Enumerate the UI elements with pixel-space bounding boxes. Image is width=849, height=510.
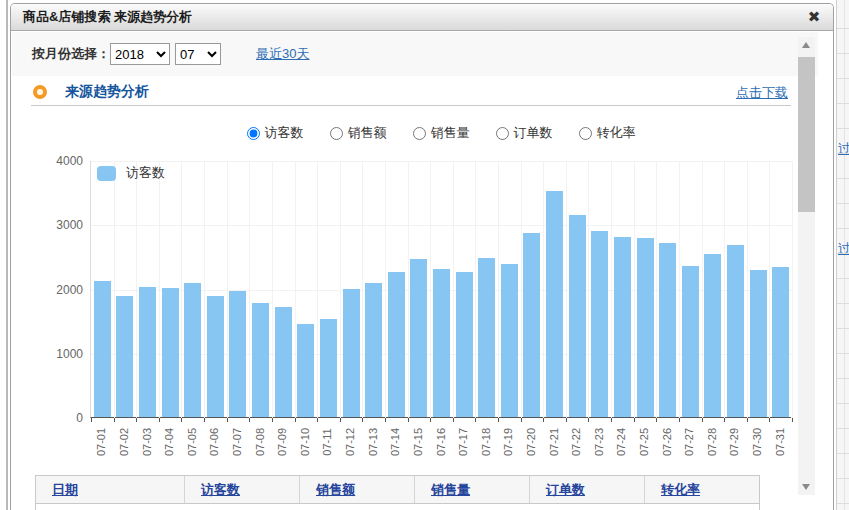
bar-07-23[interactable] — [591, 231, 608, 417]
background-row-line — [837, 178, 849, 179]
bar-07-16[interactable] — [433, 269, 450, 417]
table-header-link[interactable]: 日期 — [52, 482, 78, 497]
bar-07-14[interactable] — [388, 272, 405, 417]
metric-radio-3[interactable]: 销售量 — [413, 124, 470, 142]
axis-tick — [724, 418, 725, 422]
bar-07-18[interactable] — [478, 258, 495, 417]
bar-07-26[interactable] — [659, 243, 676, 417]
table-header-link[interactable]: 订单数 — [546, 482, 585, 497]
dialog-title: 商品&店铺搜索 来源趋势分析 — [23, 9, 192, 24]
radio-icon[interactable] — [247, 127, 260, 140]
bar-07-06[interactable] — [207, 296, 224, 417]
background-row-line — [837, 378, 849, 379]
metric-radio-5[interactable]: 转化率 — [579, 124, 636, 142]
radio-icon[interactable] — [579, 127, 592, 140]
background-partial-link[interactable]: 过 — [838, 140, 849, 158]
bar-07-25[interactable] — [637, 238, 654, 417]
close-icon[interactable]: ✖ — [804, 7, 824, 27]
download-link[interactable]: 点击下载 — [736, 84, 788, 102]
recent-30-days-link[interactable]: 最近30天 — [256, 45, 309, 63]
bar-07-05[interactable] — [184, 283, 201, 417]
bar-07-29[interactable] — [727, 245, 744, 417]
year-select[interactable]: 2018 — [110, 43, 170, 65]
bar-07-13[interactable] — [365, 283, 382, 417]
background-row-line — [837, 403, 849, 404]
radio-icon[interactable] — [330, 127, 343, 140]
section-divider — [31, 105, 791, 106]
bar-07-21[interactable] — [546, 191, 563, 417]
background-table-panel: 过 过 — [836, 0, 849, 510]
bar-07-01[interactable] — [94, 281, 111, 417]
metric-radio-1[interactable]: 访客数 — [247, 124, 304, 142]
radio-icon[interactable] — [413, 127, 426, 140]
background-row-line — [837, 253, 849, 254]
metric-radio-group: 访客数销售额销售量订单数转化率 — [91, 123, 791, 143]
x-axis-label: 07-15 — [412, 422, 424, 462]
bar-07-22[interactable] — [569, 215, 586, 417]
axis-tick — [611, 418, 612, 422]
x-axis-label: 07-05 — [186, 422, 198, 462]
table-header-link[interactable]: 转化率 — [661, 482, 700, 497]
bar-07-30[interactable] — [750, 270, 767, 417]
month-filter-bar: 按月份选择： 2018 07 最近30天 — [12, 32, 818, 76]
bar-07-02[interactable] — [116, 296, 133, 417]
axis-tick — [114, 418, 115, 422]
axis-tick — [475, 418, 476, 422]
scroll-down-button[interactable] — [798, 479, 815, 495]
chart-legend[interactable]: 访客数 — [97, 164, 165, 182]
table-header-link[interactable]: 销售量 — [431, 482, 470, 497]
bar-07-15[interactable] — [410, 259, 427, 417]
bar-07-28[interactable] — [704, 254, 721, 417]
table-header-1: 日期 — [36, 476, 184, 503]
orange-ring-icon — [33, 85, 47, 99]
background-row-line — [837, 103, 849, 104]
bar-07-31[interactable] — [772, 267, 789, 417]
bar-07-27[interactable] — [682, 266, 699, 417]
axis-tick — [204, 418, 205, 422]
month-select[interactable]: 07 — [175, 43, 221, 65]
x-axis-label: 07-08 — [254, 422, 266, 462]
metric-radio-label: 销售量 — [431, 124, 470, 142]
axis-tick — [453, 418, 454, 422]
axis-tick — [340, 418, 341, 422]
vertical-gridline — [792, 161, 793, 418]
radio-icon[interactable] — [496, 127, 509, 140]
x-axis-label: 07-02 — [118, 422, 130, 462]
bar-07-24[interactable] — [614, 237, 631, 417]
scroll-up-button[interactable] — [798, 37, 815, 53]
bar-07-09[interactable] — [275, 307, 292, 417]
metric-radio-4[interactable]: 订单数 — [496, 124, 553, 142]
bar-07-20[interactable] — [523, 233, 540, 417]
y-axis-label: 4000 — [11, 154, 83, 168]
bar-07-04[interactable] — [162, 288, 179, 417]
x-axis-label: 07-11 — [321, 422, 333, 462]
bar-07-19[interactable] — [501, 264, 518, 417]
bar-07-10[interactable] — [297, 324, 314, 417]
axis-tick — [543, 418, 544, 422]
axis-tick — [136, 418, 137, 422]
bar-07-07[interactable] — [229, 291, 246, 417]
metric-radio-2[interactable]: 销售额 — [330, 124, 387, 142]
bar-07-03[interactable] — [139, 287, 156, 417]
axis-tick — [656, 418, 657, 422]
axis-tick — [792, 418, 793, 422]
x-axis-label: 07-27 — [683, 422, 695, 462]
dialog-scrollbar[interactable] — [798, 37, 815, 495]
scrollbar-thumb[interactable] — [798, 57, 815, 212]
bar-07-12[interactable] — [343, 289, 360, 417]
bar-07-11[interactable] — [320, 319, 337, 417]
bar-07-08[interactable] — [252, 303, 269, 417]
table-header-link[interactable]: 销售额 — [316, 482, 355, 497]
y-axis-label: 0 — [11, 411, 83, 425]
axis-tick — [249, 418, 250, 422]
x-axis-label: 07-29 — [728, 422, 740, 462]
chart-plot-area — [90, 161, 791, 418]
table-header-link[interactable]: 访客数 — [201, 482, 240, 497]
background-partial-link[interactable]: 过 — [838, 240, 849, 258]
background-row-line — [837, 203, 849, 204]
section-header: 来源趋势分析 点击下载 — [31, 83, 791, 105]
bar-07-17[interactable] — [456, 272, 473, 417]
background-row-line — [837, 303, 849, 304]
x-axis-label: 07-19 — [502, 422, 514, 462]
x-axis-label: 07-31 — [774, 422, 786, 462]
